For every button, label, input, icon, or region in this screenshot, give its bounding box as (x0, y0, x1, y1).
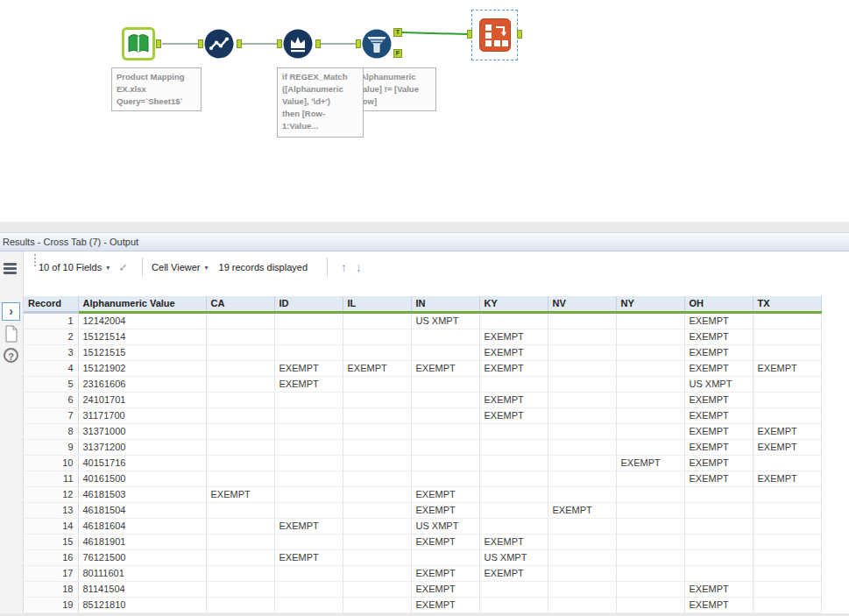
data-cell[interactable] (753, 392, 821, 407)
table-row[interactable]: 1140161500EXEMPTEXEMPT (24, 471, 821, 486)
data-cell[interactable] (616, 376, 684, 392)
down-arrow-icon[interactable]: ↓ (356, 260, 362, 274)
data-cell[interactable]: EXEMPT (684, 312, 753, 329)
data-cell[interactable] (206, 344, 274, 360)
column-header-nv[interactable]: NV (548, 296, 616, 312)
data-cell[interactable] (274, 565, 343, 581)
data-cell[interactable]: 85121810 (78, 597, 206, 612)
data-cell[interactable] (411, 392, 479, 407)
data-cell[interactable]: 15121515 (78, 344, 206, 360)
column-header-ny[interactable]: NY (616, 296, 684, 312)
data-cell[interactable] (206, 534, 274, 549)
data-cell[interactable] (206, 502, 274, 518)
data-cell[interactable] (411, 407, 479, 423)
record-cell[interactable]: 12 (24, 486, 78, 502)
data-cell[interactable] (548, 565, 616, 581)
data-cell[interactable] (479, 455, 548, 471)
data-cell[interactable]: 46181504 (78, 502, 206, 518)
data-cell[interactable] (206, 423, 274, 439)
data-cell[interactable]: EXEMPT (616, 455, 684, 471)
data-cell[interactable]: 15121902 (78, 360, 206, 376)
up-arrow-icon[interactable]: ↑ (341, 260, 347, 274)
data-cell[interactable]: EXEMPT (548, 502, 616, 518)
expand-panel-icon[interactable]: › (2, 302, 20, 321)
data-cell[interactable] (411, 344, 479, 360)
data-cell[interactable] (411, 471, 479, 486)
data-cell[interactable] (616, 471, 684, 486)
data-cell[interactable] (548, 518, 616, 534)
data-cell[interactable] (616, 518, 684, 534)
results-panel-header[interactable]: Results - Cross Tab (7) - Output (0, 233, 849, 251)
data-cell[interactable] (753, 312, 821, 329)
data-cell[interactable] (343, 486, 411, 502)
data-cell[interactable]: 46181503 (78, 486, 206, 502)
column-header-il[interactable]: IL (343, 296, 411, 312)
data-cell[interactable] (548, 360, 616, 376)
data-cell[interactable] (274, 455, 343, 471)
data-cell[interactable]: EXEMPT (274, 376, 343, 392)
data-cell[interactable]: 40161500 (78, 471, 206, 486)
data-cell[interactable] (753, 376, 821, 392)
data-cell[interactable] (343, 423, 411, 439)
data-cell[interactable] (548, 423, 616, 439)
data-cell[interactable] (684, 549, 753, 565)
data-cell[interactable]: 15121514 (78, 329, 206, 344)
data-cell[interactable] (479, 597, 548, 612)
data-cell[interactable] (274, 502, 343, 518)
data-cell[interactable] (548, 407, 616, 423)
input-anchor[interactable] (356, 39, 361, 48)
data-cell[interactable] (206, 581, 274, 597)
data-cell[interactable] (343, 392, 411, 407)
data-cell[interactable] (548, 455, 616, 471)
data-cell[interactable] (548, 392, 616, 407)
data-cell[interactable] (753, 407, 821, 423)
data-cell[interactable] (274, 344, 343, 360)
data-cell[interactable] (206, 376, 274, 392)
record-cell[interactable]: 8 (24, 423, 78, 439)
data-cell[interactable]: EXEMPT (411, 597, 479, 612)
data-cell[interactable] (548, 549, 616, 565)
data-cell[interactable] (616, 565, 684, 581)
data-cell[interactable] (206, 471, 274, 486)
data-cell[interactable] (479, 518, 548, 534)
data-cell[interactable] (343, 455, 411, 471)
record-cell[interactable]: 6 (24, 392, 78, 407)
data-cell[interactable] (616, 312, 684, 329)
data-cell[interactable]: EXEMPT (411, 581, 479, 597)
data-cell[interactable] (343, 471, 411, 486)
data-cell[interactable]: EXEMPT (753, 471, 821, 486)
data-cell[interactable] (206, 597, 274, 612)
results-layers-icon[interactable] (3, 262, 18, 280)
data-cell[interactable] (274, 312, 343, 329)
data-cell[interactable] (684, 486, 753, 502)
data-cell[interactable] (753, 344, 821, 360)
annotation-multi-row-formula[interactable]: if REGEX_Match ([Alphanumeric Value], '\… (277, 67, 364, 138)
record-cell[interactable]: 2 (24, 329, 78, 344)
data-cell[interactable] (274, 486, 343, 502)
table-row[interactable]: 931371200EXEMPTEXEMPT (24, 439, 821, 455)
data-cell[interactable] (274, 597, 343, 612)
table-row[interactable]: 112142004US XMPTEXEMPT (24, 312, 821, 329)
record-cell[interactable]: 1 (24, 312, 78, 329)
table-row[interactable]: 1676121500EXEMPTUS XMPT (24, 549, 821, 565)
data-cell[interactable]: 80111601 (78, 565, 206, 581)
false-output-anchor[interactable]: F (393, 49, 402, 58)
data-cell[interactable] (548, 376, 616, 392)
table-row[interactable]: 1346181504EXEMPTEXEMPT (24, 502, 821, 518)
data-cell[interactable] (274, 534, 343, 549)
column-header-record[interactable]: Record (24, 296, 78, 312)
data-cell[interactable] (411, 549, 479, 565)
table-row[interactable]: 1446181604EXEMPTUS XMPT (24, 518, 821, 534)
record-cell[interactable]: 16 (24, 549, 78, 565)
data-cell[interactable] (206, 518, 274, 534)
data-cell[interactable] (753, 486, 821, 502)
input-anchor[interactable] (467, 30, 472, 39)
data-cell[interactable] (616, 392, 684, 407)
data-cell[interactable]: 76121500 (78, 549, 206, 565)
table-row[interactable]: 731171700EXEMPTEXEMPT (24, 407, 821, 423)
data-cell[interactable] (206, 455, 274, 471)
data-cell[interactable]: 31171700 (78, 407, 206, 423)
data-cell[interactable]: EXEMPT (684, 344, 753, 360)
column-header-in[interactable]: IN (411, 296, 479, 312)
data-cell[interactable]: EXEMPT (753, 423, 821, 439)
